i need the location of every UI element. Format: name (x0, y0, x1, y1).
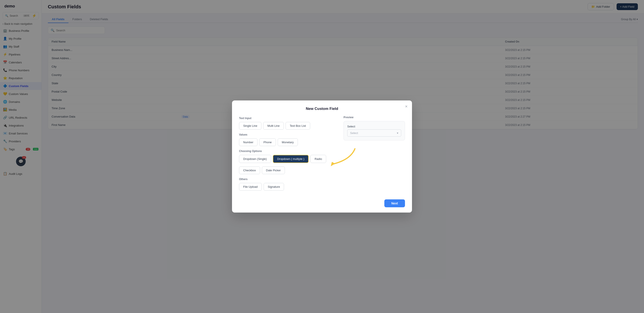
multi-line-button[interactable]: Multi Line (263, 122, 284, 130)
dropdown-single-button[interactable]: Dropdown (Single) (239, 155, 271, 163)
monetary-button[interactable]: Monetary (278, 138, 298, 146)
dropdown-multiple-button[interactable]: Dropdown ( multiple ) (273, 155, 309, 163)
modal-footer: Next (239, 199, 405, 207)
others-buttons: File Upload Signature (239, 183, 337, 191)
preview-select-placeholder: Select (350, 131, 358, 135)
modal-close-button[interactable]: × (405, 104, 408, 109)
text-box-list-button[interactable]: Text Box List (286, 122, 310, 130)
modal-right-panel: Preview Select Select ▾ (344, 116, 405, 194)
phone-button[interactable]: Phone (259, 138, 276, 146)
checkbox-buttons: Checkbox Date Picker (239, 166, 337, 174)
signature-button[interactable]: Signature (264, 183, 284, 191)
text-input-section-label: Text Input (239, 117, 337, 120)
modal-overlay: New Custom Field × Text Input Single Lin… (0, 0, 644, 313)
file-upload-button[interactable]: File Upload (239, 183, 262, 191)
values-buttons: Number Phone Monetary (239, 138, 337, 146)
choosing-options-section-label: Choosing Options (239, 150, 337, 153)
modal-title: New Custom Field (239, 107, 405, 111)
values-section-label: Values (239, 133, 337, 136)
text-input-buttons: Single Line Multi Line Text Box List (239, 122, 337, 130)
modal-left-panel: Text Input Single Line Multi Line Text B… (239, 116, 337, 194)
preview-select-dropdown[interactable]: Select ▾ (347, 129, 401, 137)
radio-button[interactable]: Radio (310, 155, 326, 163)
others-section-label: Others (239, 178, 337, 181)
date-picker-button[interactable]: Date Picker (262, 166, 285, 174)
new-custom-field-modal: New Custom Field × Text Input Single Lin… (232, 100, 412, 213)
preview-select-label: Select (347, 125, 401, 128)
number-button[interactable]: Number (239, 138, 258, 146)
preview-label: Preview (344, 116, 405, 119)
next-button[interactable]: Next (384, 199, 405, 207)
single-line-button[interactable]: Single Line (239, 122, 262, 130)
choosing-options-buttons: Dropdown (Single) Dropdown ( multiple ) … (239, 155, 337, 163)
modal-body: Text Input Single Line Multi Line Text B… (239, 116, 405, 194)
chevron-down-icon: ▾ (397, 131, 398, 135)
checkbox-button[interactable]: Checkbox (239, 166, 260, 174)
